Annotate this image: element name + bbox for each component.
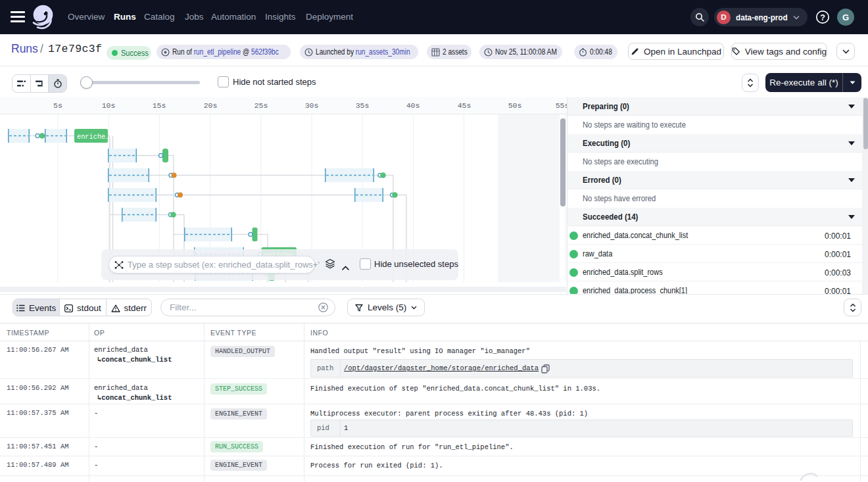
- svg-text:enriche…: enriche…: [77, 133, 109, 141]
- svg-text:?: ?: [820, 13, 825, 22]
